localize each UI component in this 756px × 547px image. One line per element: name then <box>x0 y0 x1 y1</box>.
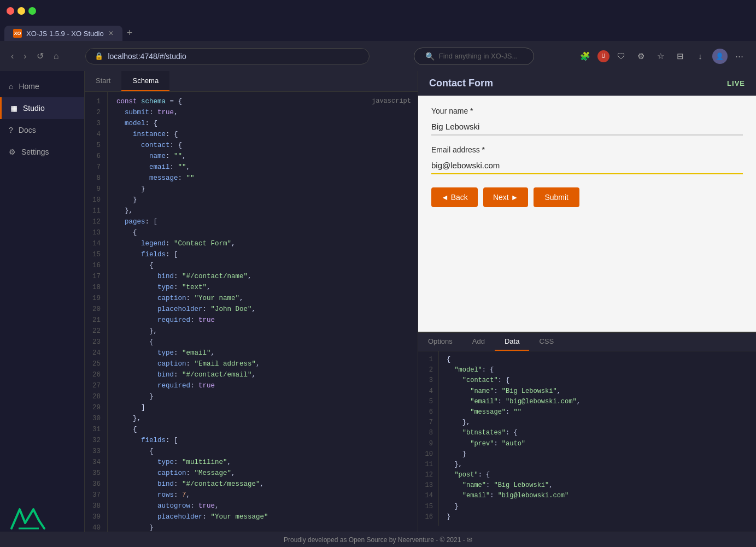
browser-tab-bar: XO XO-JS 1.5.9 - XO Studio ✕ + <box>0 22 756 41</box>
preview-form-title: Contact Form <box>429 78 493 89</box>
home-icon: ⌂ <box>9 82 13 91</box>
form-input-name[interactable] <box>431 119 743 136</box>
bottom-tab-css-label: CSS <box>539 337 554 345</box>
app-layout: ⌂ Home ▦ Studio ? Docs ⚙ Settings <box>0 71 756 547</box>
star-btn[interactable]: ☆ <box>653 49 669 64</box>
next-button[interactable]: Next ► <box>483 187 529 207</box>
editor-tab-start[interactable]: Start <box>85 71 121 91</box>
lang-badge: javascript <box>372 96 411 107</box>
sidebar-label-studio: Studio <box>23 104 45 113</box>
sidebar: ⌂ Home ▦ Studio ? Docs ⚙ Settings <box>0 71 85 547</box>
sidebar-item-home[interactable]: ⌂ Home <box>0 75 84 97</box>
user-avatar[interactable]: 👤 <box>712 49 728 64</box>
bottom-tab-options-label: Options <box>428 337 453 345</box>
sidebar-label-home: Home <box>19 82 39 91</box>
address-bar[interactable]: 🔒 localhost:4748/#/studio <box>85 48 370 64</box>
tab-title: XO-JS 1.5.9 - XO Studio <box>26 30 104 38</box>
win-maximize-btn[interactable] <box>28 7 36 15</box>
studio-icon: ▦ <box>10 104 17 113</box>
sidebar-label-docs: Docs <box>19 126 36 134</box>
browser-tab-active[interactable]: XO XO-JS 1.5.9 - XO Studio ✕ <box>4 26 122 41</box>
editor-tab-schema[interactable]: Schema <box>121 71 169 91</box>
extensions-btn[interactable]: 🧩 <box>578 49 593 64</box>
ua-btn[interactable]: U <box>597 50 610 62</box>
win-close-btn[interactable] <box>7 7 14 15</box>
form-input-email[interactable] <box>431 157 743 174</box>
browser-actions: 🧩 U 🛡 ⚙ ☆ ⊟ ↓ 👤 ⋯ <box>578 49 747 64</box>
status-bar: Proudly developed as Open Source by Neer… <box>0 532 756 547</box>
line-numbers: 12345 678910 1112131415 1617181920 21222… <box>85 92 108 547</box>
form-label-name: Your name * <box>431 107 743 115</box>
next-button-label: Next ► <box>493 193 519 202</box>
browser-chrome: XO XO-JS 1.5.9 - XO Studio ✕ + ‹ › ↺ ⌂ 🔒… <box>0 0 756 71</box>
settings-icon: ⚙ <box>9 148 16 156</box>
sidebar-item-settings[interactable]: ⚙ Settings <box>0 141 84 163</box>
new-tab-button[interactable]: + <box>122 25 137 41</box>
form-field-email: Email address * <box>431 145 743 174</box>
docs-icon: ? <box>9 126 13 134</box>
preview-header: Contact Form LIVE <box>418 71 756 96</box>
nav-home-btn[interactable]: ⌂ <box>51 49 61 63</box>
nav-forward-btn[interactable]: › <box>21 49 28 63</box>
editor-panel: Start Schema 12345 678910 1112131415 161… <box>85 71 418 547</box>
editor-tabs: Start Schema <box>85 71 418 92</box>
form-field-name: Your name * <box>431 107 743 136</box>
search-placeholder: Find anything in XO-JS... <box>439 52 518 60</box>
code-editor[interactable]: 12345 678910 1112131415 1617181920 21222… <box>85 92 418 547</box>
address-text: localhost:4748/#/studio <box>108 52 186 61</box>
submit-button-label: Submit <box>544 193 569 202</box>
tab-schema-label: Schema <box>132 77 159 85</box>
bottom-code-content: { "model": { "contact": { "name": "Big L… <box>439 351 588 526</box>
download-btn[interactable]: ↓ <box>693 49 708 64</box>
search-icon: 🔍 <box>425 52 435 61</box>
browser-titlebar <box>0 0 756 22</box>
puzzle-btn[interactable]: ⚙ <box>634 49 649 64</box>
bottom-line-numbers: 12345 678910 1112131415 16 <box>418 351 439 526</box>
sidebar-label-settings: Settings <box>21 148 49 156</box>
shield-btn[interactable]: 🛡 <box>614 49 629 64</box>
tab-favicon: XO <box>13 29 22 38</box>
preview-form: Your name * Email address * ◄ Back Next … <box>418 96 756 332</box>
form-buttons: ◄ Back Next ► Submit <box>431 187 743 207</box>
bottom-tab-add[interactable]: Add <box>462 333 495 351</box>
sidebar-item-docs[interactable]: ? Docs <box>0 119 84 141</box>
tab-close-btn[interactable]: ✕ <box>108 30 114 37</box>
collection-btn[interactable]: ⊟ <box>673 49 688 64</box>
win-minimize-btn[interactable] <box>17 7 25 15</box>
bottom-tab-data[interactable]: Data <box>495 333 529 351</box>
back-button[interactable]: ◄ Back <box>431 187 478 207</box>
bottom-code-area: 12345 678910 1112131415 16 { "model": { … <box>418 351 756 526</box>
bottom-tab-data-label: Data <box>505 337 519 345</box>
bottom-tab-options[interactable]: Options <box>418 333 462 351</box>
status-text: Proudly developed as Open Source by Neer… <box>284 536 472 544</box>
browser-nav: ‹ › ↺ ⌂ 🔒 localhost:4748/#/studio 🔍 Find… <box>0 41 756 71</box>
form-label-email: Email address * <box>431 145 743 154</box>
back-button-label: ◄ Back <box>441 193 468 202</box>
code-content: javascript const schema = { submit: true… <box>108 92 418 547</box>
nav-back-btn[interactable]: ‹ <box>9 49 16 63</box>
live-badge: LIVE <box>727 79 745 87</box>
bottom-tab-css[interactable]: CSS <box>529 333 564 351</box>
submit-button[interactable]: Submit <box>534 187 579 207</box>
nav-reload-btn[interactable]: ↺ <box>34 49 46 63</box>
address-secure-icon: 🔒 <box>95 52 103 60</box>
data-panel: Options Add Data CSS 12345 678910 111213… <box>418 333 756 547</box>
tab-start-label: Start <box>96 77 110 85</box>
more-btn[interactable]: ⋯ <box>732 49 747 64</box>
right-panel: Contact Form LIVE Your name * Email addr… <box>418 71 756 547</box>
sidebar-item-studio[interactable]: ▦ Studio <box>0 97 84 119</box>
bottom-tab-add-label: Add <box>472 337 485 345</box>
bottom-panel-tabs: Options Add Data CSS <box>418 333 756 351</box>
global-search[interactable]: 🔍 Find anything in XO-JS... <box>414 48 534 65</box>
